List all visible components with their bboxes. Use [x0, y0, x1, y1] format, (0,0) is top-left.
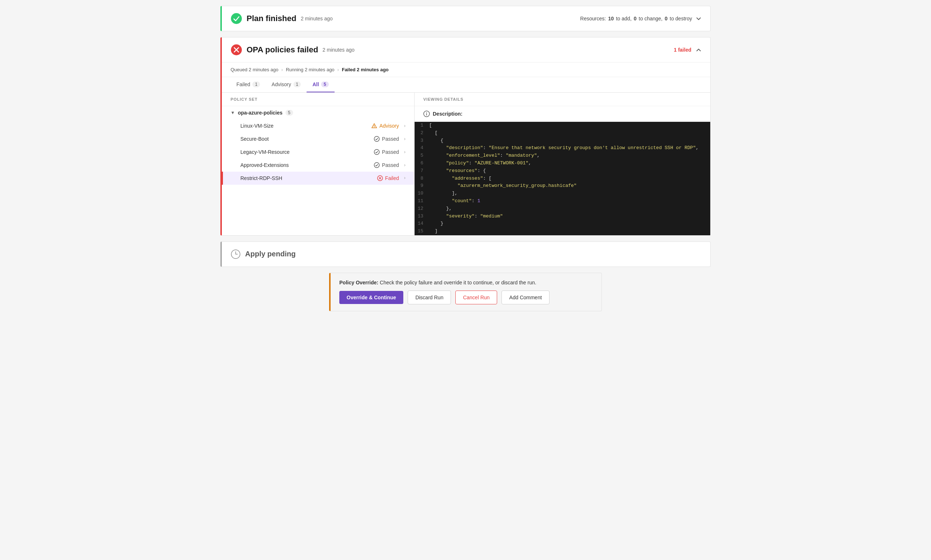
plan-finished-left: Plan finished 2 minutes ago — [231, 13, 333, 25]
code-block: 1[2 [3 {4 "description": "Ensure that ne… — [415, 122, 710, 235]
arrow-1: › — [282, 67, 283, 72]
opa-header-right: 1 failed — [674, 47, 702, 53]
policy-arrow-2: › — [404, 149, 405, 155]
destroy-count: 0 — [665, 15, 668, 22]
policy-arrow-0: › — [404, 123, 405, 128]
plan-chevron-down-icon[interactable] — [696, 15, 702, 22]
policy-item-restrict-rdp[interactable]: Restrict-RDP-SSH Failed ‹ — [222, 172, 414, 185]
policy-panel: POLICY SET ▼ opa-azure-policies 5 Linux-… — [222, 93, 415, 235]
policy-item-legacy-vm[interactable]: Legacy-VM-Resource Passed › — [222, 145, 414, 158]
tab-failed-badge: 1 — [252, 82, 260, 87]
code-line: 4 "description": "Ensure that network se… — [415, 145, 710, 152]
failed-count: 1 failed — [674, 47, 691, 53]
tab-all[interactable]: All 5 — [306, 77, 335, 92]
code-line: 1[ — [415, 122, 710, 129]
svg-point-7 — [374, 149, 379, 155]
details-description: Description: — [415, 106, 710, 122]
clock-icon — [231, 249, 241, 259]
failed-status-label-4: Failed — [385, 175, 399, 181]
status-failed-crumb: Failed 2 minutes ago — [342, 67, 389, 72]
green-check-icon — [231, 13, 242, 25]
red-x-icon — [231, 44, 242, 55]
svg-point-5 — [374, 127, 375, 127]
policy-set-row[interactable]: ▼ opa-azure-policies 5 — [222, 106, 414, 119]
policy-item-approved-ext[interactable]: Approved-Extensions Passed › — [222, 158, 414, 172]
code-line: 14 } — [415, 220, 710, 228]
policy-set-count: 5 — [285, 110, 293, 115]
policy-arrow-3: › — [404, 163, 405, 168]
action-buttons: Override & Continue Discard Run Cancel R… — [339, 291, 593, 305]
tab-all-label: All — [312, 82, 319, 87]
info-circle-icon — [423, 111, 430, 117]
status-breadcrumb: Queued 2 minutes ago › Running 2 minutes… — [222, 63, 710, 77]
policy-override-bold: Policy Override: — [339, 280, 378, 285]
cancel-run-button[interactable]: Cancel Run — [455, 291, 497, 305]
override-continue-button[interactable]: Override & Continue — [339, 291, 403, 304]
tab-advisory-label: Advisory — [272, 82, 291, 87]
code-line: 5 "enforcement_level": "mandatory", — [415, 152, 710, 160]
add-comment-button[interactable]: Add Comment — [502, 291, 549, 305]
discard-run-button[interactable]: Discard Run — [408, 291, 451, 305]
policy-status-secure-boot: Passed › — [362, 136, 405, 142]
code-line: 13 "severity": "medium" — [415, 213, 710, 220]
opa-chevron-icon[interactable] — [696, 47, 702, 53]
action-bar-text: Policy Override: Check the policy failur… — [339, 280, 593, 285]
action-bar: Policy Override: Check the policy failur… — [329, 273, 602, 311]
tab-all-badge: 5 — [321, 82, 329, 87]
policy-name-legacy-vm: Legacy-VM-Resource — [240, 149, 362, 155]
tab-failed-label: Failed — [236, 82, 250, 87]
opa-title: OPA policies failed — [246, 45, 318, 55]
code-line: 8 "addresses": [ — [415, 175, 710, 183]
plan-finished-resources: Resources: 10 to add, 0 to change, 0 to … — [580, 15, 702, 22]
change-count: 0 — [634, 15, 637, 22]
passed-check-icon-2 — [374, 149, 380, 155]
opa-time: 2 minutes ago — [323, 47, 355, 53]
apply-pending-bar: Apply pending — [220, 242, 711, 267]
policy-name-secure-boot: Secure-Boot — [240, 136, 362, 142]
svg-point-0 — [231, 13, 242, 24]
advisory-status-label-0: Advisory — [379, 123, 399, 129]
advisory-triangle-icon — [371, 123, 377, 129]
resources-label: Resources: — [580, 15, 606, 22]
policy-arrow-4: ‹ — [404, 175, 405, 181]
description-label: Description: — [433, 111, 463, 117]
code-line: 9 "azurerm_network_security_group.hashic… — [415, 182, 710, 190]
passed-status-label-1: Passed — [382, 136, 399, 142]
policy-override-text: Check the policy failure and override it… — [378, 280, 536, 285]
policy-set-name: opa-azure-policies — [238, 110, 283, 115]
policy-item-secure-boot[interactable]: Secure-Boot Passed › — [222, 132, 414, 145]
code-line: 2 [ — [415, 129, 710, 137]
policy-status-approved-ext: Passed › — [362, 162, 405, 168]
opa-header: OPA policies failed 2 minutes ago 1 fail… — [222, 37, 710, 63]
plan-finished-title: Plan finished — [246, 14, 296, 23]
policy-item-linux-vm-size[interactable]: Linux-VM-Size Advisory › — [222, 119, 414, 132]
policy-arrow-1: › — [404, 136, 405, 142]
plan-finished-bar: Plan finished 2 minutes ago Resources: 1… — [220, 6, 711, 31]
code-line: 12 }, — [415, 205, 710, 213]
tab-advisory[interactable]: Advisory 1 — [266, 77, 306, 92]
code-line: 15 ] — [415, 228, 710, 235]
details-panel: VIEWING DETAILS Description: 1[2 [3 {4 "… — [415, 93, 710, 235]
tabs-bar: Failed 1 Advisory 1 All 5 — [222, 77, 710, 93]
opa-header-left: OPA policies failed 2 minutes ago — [231, 44, 355, 55]
policy-name-restrict-rdp: Restrict-RDP-SSH — [240, 175, 362, 181]
arrow-2: › — [337, 67, 339, 72]
opa-section: OPA policies failed 2 minutes ago 1 fail… — [220, 37, 711, 235]
policy-panel-header: POLICY SET — [222, 93, 414, 106]
code-line: 7 "resources": { — [415, 167, 710, 175]
passed-check-icon-3 — [374, 162, 380, 168]
tab-failed[interactable]: Failed 1 — [231, 77, 266, 92]
tab-advisory-badge: 1 — [294, 82, 301, 87]
apply-pending-title: Apply pending — [245, 250, 295, 258]
policy-set-chevron-icon: ▼ — [231, 110, 235, 115]
policy-status-legacy-vm: Passed › — [362, 149, 405, 155]
passed-status-label-3: Passed — [382, 162, 399, 168]
policy-name-approved-ext: Approved-Extensions — [240, 162, 362, 168]
passed-check-icon-1 — [374, 136, 380, 142]
details-panel-header: VIEWING DETAILS — [415, 93, 710, 106]
policy-name-linux-vm-size: Linux-VM-Size — [240, 123, 362, 129]
failed-x-icon — [377, 175, 383, 181]
plan-finished-time: 2 minutes ago — [301, 15, 333, 22]
code-line: 10 ], — [415, 190, 710, 197]
change-label: to change, — [639, 15, 662, 22]
